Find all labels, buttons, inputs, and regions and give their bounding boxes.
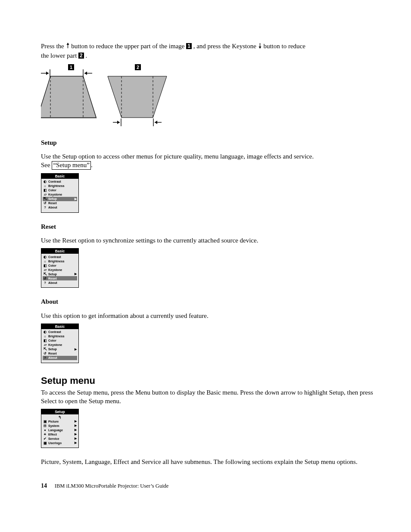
menu-title: Basic (41, 249, 78, 254)
menu-item-reset: ↺Reset (43, 201, 77, 205)
chevron-right-icon: ▶ (75, 348, 77, 351)
menu-item-about: ?About (43, 280, 77, 285)
about-icon: ? (43, 206, 47, 209)
svg-marker-17 (108, 76, 167, 118)
menu-item-color: ◧Color (43, 263, 77, 268)
setup-paragraph: Use the Setup option to access other men… (41, 152, 385, 170)
color-icon: ◧ (43, 339, 47, 342)
menu-item-brightness: ☼Brightness (43, 184, 77, 188)
menu-item-setup: ⛏Setup▶ (43, 347, 77, 352)
chevron-right-icon: ▶ (75, 424, 77, 427)
reset-icon: ↺ (43, 202, 47, 205)
basic-menu-reset-selected: Basic ◐Contrast ☼Brightness ◧Color ▱Keys… (41, 248, 79, 288)
menu-item-contrast: ◐Contrast (43, 180, 77, 184)
reset-icon: ↺ (43, 352, 47, 355)
menu-item-color: ◧Color (43, 188, 77, 193)
reset-icon: ↺ (43, 277, 47, 280)
intro-text-1a: Press the (41, 43, 66, 50)
menu-item-color: ◧Color (43, 339, 77, 343)
setup-text-a: Use the Setup option to access other men… (41, 153, 314, 160)
brightness-icon: ☼ (43, 259, 47, 263)
menu-title: Setup (41, 409, 78, 414)
menu-item-about: ?About (43, 205, 77, 210)
chevron-right-icon: ▶ (75, 420, 77, 423)
menu-item-userlogo: ▦Userlogo▶ (43, 441, 77, 445)
svg-marker-21 (117, 121, 120, 124)
setup-menu-box: Setup ↰ ▣Picture▶ ⊟System▶ ●Language▶ ✦E… (41, 409, 79, 448)
brightness-icon: ☼ (43, 184, 47, 188)
userlogo-icon: ▦ (43, 441, 47, 445)
diagram-chip-2: 2 (137, 65, 139, 70)
menu-item-contrast: ◐Contrast (43, 255, 77, 259)
callout-chip-2: 2 (78, 53, 84, 59)
callout-chip-1: 1 (186, 43, 192, 49)
chevron-right-icon: ▶ (75, 437, 77, 440)
menu-item-effect: ✦Effect▶ (43, 432, 77, 436)
keystone-icon: ▱ (43, 343, 47, 347)
menu-item-reset: ↺Reset (43, 276, 77, 280)
setup-heading: Setup (41, 138, 385, 147)
menu-item-service: ✔Service▶ (43, 436, 77, 441)
menu-item-setup: ⛏Setup▶ (43, 272, 77, 276)
intro-text-2a: the lower part (41, 52, 78, 59)
contrast-icon: ◐ (43, 255, 47, 258)
color-icon: ◧ (43, 264, 47, 267)
effect-icon: ✦ (43, 432, 47, 436)
svg-marker-13 (41, 76, 96, 118)
menu-item-language: ●Language▶ (43, 428, 77, 432)
about-paragraph: Use this option to get information about… (41, 311, 385, 320)
setup-icon: ⛏ (43, 348, 47, 351)
setup-menu-paragraph-1: To access the Setup menu, press the Menu… (41, 388, 385, 406)
intro-text-2b: . (84, 52, 87, 59)
basic-menu-about-selected: Basic ◐Contrast ☼Brightness ◧Color ▱Keys… (41, 324, 79, 363)
diagram-chip-1: 1 (70, 65, 72, 70)
footer-text: IBM iLM300 MicroPortable Projector: User… (55, 483, 169, 489)
menu-item-setup: ⛏Setup▶ (43, 197, 77, 201)
menu-title: Basic (41, 174, 78, 179)
setup-text-b: See (41, 162, 52, 168)
picture-icon: ▣ (43, 420, 47, 423)
svg-marker-3 (258, 47, 261, 49)
chevron-right-icon: ▶ (75, 432, 77, 436)
setup-icon: ⛏ (43, 272, 47, 276)
system-icon: ⊟ (43, 424, 47, 427)
menu-title: Basic (41, 324, 78, 329)
menu-item-contrast: ◐Contrast (43, 330, 77, 334)
intro-text-1d: button to reduce (262, 43, 305, 50)
service-icon: ✔ (43, 437, 47, 440)
menu-item-reset: ↺Reset (43, 352, 77, 356)
setup-menu-link[interactable]: “Setup menu” (52, 161, 91, 170)
svg-marker-1 (66, 43, 69, 45)
menu-item-keystone: ▱Keystone (43, 343, 77, 347)
chevron-right-icon: ▶ (75, 428, 77, 432)
keystone-diagram: 1 2 (41, 63, 385, 128)
chevron-right-icon: ▶ (75, 441, 77, 445)
menu-item-picture: ▣Picture▶ (43, 419, 77, 423)
setup-text-c: . (91, 162, 93, 168)
setup-icon: ⛏ (43, 197, 47, 201)
reset-paragraph: Use the Reset option to synchronize sett… (41, 236, 385, 245)
menu-item-system: ⊟System▶ (43, 423, 77, 428)
back-arrow-icon: ↰ (58, 416, 62, 419)
about-icon: ? (43, 356, 47, 360)
language-icon: ● (43, 428, 47, 432)
color-icon: ◧ (43, 189, 47, 192)
basic-menu-setup-selected: Basic ◐Contrast ☼Brightness ◧Color ▱Keys… (41, 173, 79, 213)
contrast-icon: ◐ (43, 180, 47, 184)
menu-item-keystone: ▱Keystone (43, 193, 77, 197)
about-heading: About (41, 297, 385, 306)
brightness-icon: ☼ (43, 335, 47, 338)
intro-paragraph: Press the button to reduce the upper par… (41, 42, 385, 60)
keystone-icon: ▱ (43, 193, 47, 196)
reset-heading: Reset (41, 222, 385, 231)
intro-text-1c: , and press the Keystone (192, 43, 258, 50)
page-number: 14 (41, 482, 47, 489)
chevron-right-icon: ▶ (75, 272, 77, 276)
menu-item-keystone: ▱Keystone (43, 268, 77, 272)
menu-item-brightness: ☼Brightness (43, 334, 77, 339)
svg-marker-6 (46, 72, 49, 75)
menu-item-about: ?About (43, 356, 77, 360)
page-footer: 14 IBM iLM300 MicroPortable Projector: U… (41, 482, 385, 489)
about-icon: ? (43, 281, 47, 284)
contrast-icon: ◐ (43, 330, 47, 334)
